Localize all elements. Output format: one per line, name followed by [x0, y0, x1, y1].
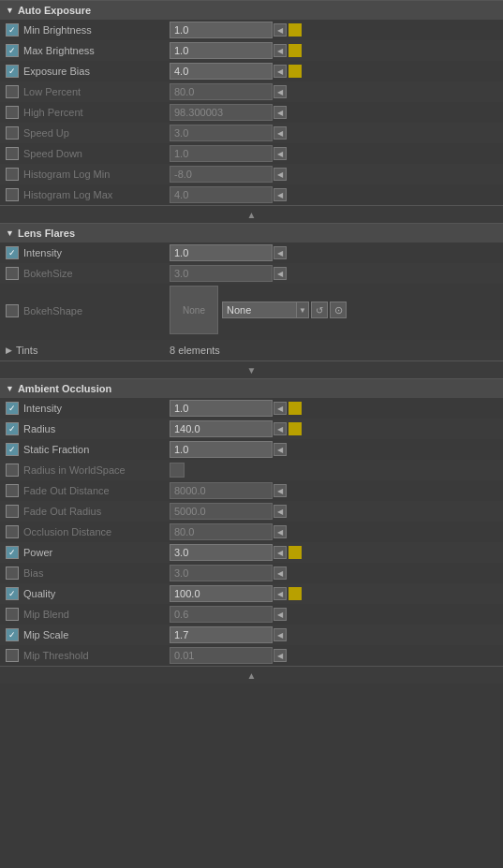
max-brightness-input[interactable]: 1.0: [170, 42, 273, 59]
min-brightness-input[interactable]: 1.0: [170, 22, 273, 38]
ao-power-input[interactable]: 3.0: [170, 544, 273, 561]
ao-fade-out-radius-drag-arrow[interactable]: ◀: [274, 505, 287, 518]
speed-up-drag-arrow[interactable]: ◀: [274, 126, 287, 140]
ao-static-fraction-input[interactable]: 1.0: [170, 441, 273, 458]
ao-radius-yellow-indicator: [288, 422, 302, 435]
ao-radius-drag-arrow[interactable]: ◀: [274, 422, 287, 435]
ambient-occlusion-header[interactable]: ▼ Ambient Occlusion: [0, 379, 503, 398]
histogram-log-min-input[interactable]: -8.0: [170, 166, 273, 183]
high-percent-input[interactable]: 98.300003: [170, 104, 273, 121]
exposure-bias-input[interactable]: 4.0: [170, 63, 273, 80]
ao-quality-checkbox[interactable]: [6, 587, 19, 600]
bokeh-shape-checkbox[interactable]: [6, 304, 19, 317]
lens-flares-intensity-checkbox[interactable]: [6, 246, 19, 259]
speed-up-input[interactable]: 3.0: [170, 125, 273, 141]
max-brightness-drag-arrow[interactable]: ◀: [274, 44, 287, 57]
ao-mip-threshold-drag-arrow[interactable]: ◀: [274, 649, 287, 662]
histogram-log-max-checkbox[interactable]: [6, 188, 19, 201]
ao-occlusion-distance-drag-arrow[interactable]: ◀: [274, 525, 287, 538]
ao-power-drag-arrow[interactable]: ◀: [274, 546, 287, 559]
ao-fade-out-distance-checkbox[interactable]: [6, 484, 19, 497]
tints-row[interactable]: ▶ Tints 8 elements: [0, 340, 503, 360]
low-percent-drag-arrow[interactable]: ◀: [274, 85, 287, 98]
auto-exposure-header[interactable]: ▼ Auto Exposure: [0, 1, 503, 20]
ao-quality-label: Quality: [6, 587, 170, 600]
bokeh-shape-dropdown-arrow[interactable]: ▼: [296, 302, 309, 318]
max-brightness-checkbox[interactable]: [6, 44, 19, 57]
ao-intensity-drag-arrow[interactable]: ◀: [274, 402, 287, 415]
lens-flares-intensity-field-container: 1.0 ◀: [170, 244, 497, 261]
ao-intensity-input[interactable]: 1.0: [170, 400, 273, 417]
ao-power-checkbox[interactable]: [6, 546, 19, 559]
ao-occlusion-distance-input[interactable]: 80.0: [170, 523, 273, 540]
min-brightness-drag-arrow[interactable]: ◀: [274, 23, 287, 37]
ao-static-fraction-drag-arrow[interactable]: ◀: [274, 443, 287, 456]
ao-radius-checkbox[interactable]: [6, 422, 19, 435]
ao-mip-blend-input[interactable]: 0.6: [170, 606, 273, 623]
high-percent-drag-arrow[interactable]: ◀: [274, 106, 287, 119]
ao-quality-drag-arrow[interactable]: ◀: [274, 587, 287, 600]
ao-intensity-checkbox[interactable]: [6, 402, 19, 415]
ao-fade-out-distance-field-container: 8000.0 ◀: [170, 482, 497, 499]
exposure-bias-drag-arrow[interactable]: ◀: [274, 65, 287, 78]
ao-radius-worldspace-checkbox[interactable]: [6, 463, 19, 477]
speed-down-checkbox[interactable]: [6, 147, 19, 160]
ambient-occlusion-section: ▼ Ambient Occlusion Intensity 1.0 ◀ Radi…: [0, 378, 503, 684]
speed-down-drag-arrow[interactable]: ◀: [274, 147, 287, 160]
ao-mip-threshold-checkbox[interactable]: [6, 649, 19, 662]
ambient-occlusion-scroll-up[interactable]: [0, 666, 503, 684]
histogram-log-max-input[interactable]: 4.0: [170, 186, 273, 203]
ao-mip-scale-input[interactable]: 1.7: [170, 626, 273, 643]
histogram-log-min-checkbox[interactable]: [6, 168, 19, 181]
min-brightness-checkbox[interactable]: [6, 23, 19, 37]
histogram-log-max-drag-arrow[interactable]: ◀: [274, 188, 287, 201]
ao-fade-out-distance-drag-arrow[interactable]: ◀: [274, 484, 287, 497]
bokeh-shape-dropdown[interactable]: None: [222, 302, 297, 318]
bokeh-size-drag-arrow[interactable]: ◀: [274, 267, 287, 280]
lens-flares-header[interactable]: ▼ Lens Flares: [0, 224, 503, 243]
histogram-log-max-row: Histogram Log Max 4.0 ◀: [0, 184, 503, 205]
ao-mip-threshold-input[interactable]: 0.01: [170, 647, 273, 664]
auto-exposure-scroll-up[interactable]: [0, 205, 503, 223]
bokeh-shape-label: BokehShape: [6, 286, 170, 317]
ao-static-fraction-checkbox[interactable]: [6, 443, 19, 456]
high-percent-field-container: 98.300003 ◀: [170, 104, 497, 121]
tints-label: ▶ Tints: [6, 345, 170, 356]
scroll-down-arrow: [247, 364, 257, 375]
ao-fade-out-distance-input[interactable]: 8000.0: [170, 482, 273, 499]
high-percent-checkbox[interactable]: [6, 106, 19, 119]
bokeh-shape-search-button[interactable]: ⊙: [330, 302, 347, 318]
bokeh-thumbnail: None: [170, 286, 218, 334]
ao-occlusion-distance-checkbox[interactable]: [6, 525, 19, 538]
ao-bias-drag-arrow[interactable]: ◀: [274, 566, 287, 580]
ao-fade-out-radius-input[interactable]: 5000.0: [170, 503, 273, 520]
bokeh-size-checkbox[interactable]: [6, 267, 19, 280]
bokeh-shape-reset-button[interactable]: ↺: [311, 302, 328, 318]
min-brightness-row: Min Brightness 1.0 ◀: [0, 20, 503, 40]
lens-flares-intensity-drag-arrow[interactable]: ◀: [274, 246, 287, 259]
ao-mip-blend-drag-arrow[interactable]: ◀: [274, 608, 287, 621]
exposure-bias-field-container: 4.0 ◀: [170, 63, 497, 80]
ao-static-fraction-label: Static Fraction: [6, 443, 170, 456]
ao-mip-blend-checkbox[interactable]: [6, 608, 19, 621]
histogram-log-min-drag-arrow[interactable]: ◀: [274, 168, 287, 181]
ao-fade-out-radius-checkbox[interactable]: [6, 505, 19, 518]
lens-flares-intensity-input[interactable]: 1.0: [170, 244, 273, 261]
bokeh-size-input[interactable]: 3.0: [170, 265, 273, 282]
ao-mip-scale-checkbox[interactable]: [6, 628, 19, 641]
speed-up-checkbox[interactable]: [6, 126, 19, 140]
ao-radius-input[interactable]: 140.0: [170, 420, 273, 437]
exposure-bias-checkbox[interactable]: [6, 65, 19, 78]
low-percent-input[interactable]: 80.0: [170, 83, 273, 100]
speed-down-input[interactable]: 1.0: [170, 145, 273, 162]
ao-quality-input[interactable]: 100.0: [170, 585, 273, 602]
ao-quality-yellow-indicator: [288, 587, 302, 600]
ao-mip-scale-drag-arrow[interactable]: ◀: [274, 628, 287, 641]
low-percent-checkbox[interactable]: [6, 85, 19, 98]
ao-radius-worldspace-toggle[interactable]: [170, 463, 185, 478]
ao-power-label: Power: [6, 546, 170, 559]
ao-bias-checkbox[interactable]: [6, 566, 19, 580]
ao-static-fraction-row: Static Fraction 1.0 ◀: [0, 439, 503, 460]
ao-bias-input[interactable]: 3.0: [170, 565, 273, 581]
lens-flares-scroll-down[interactable]: [0, 360, 503, 378]
